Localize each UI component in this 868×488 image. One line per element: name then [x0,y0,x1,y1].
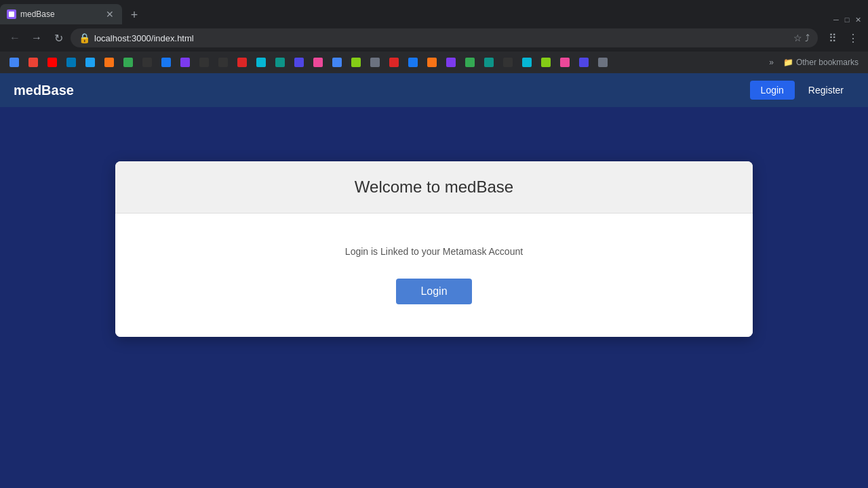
bookmark-star-icon[interactable]: ☆ [793,33,802,43]
bookmark-item[interactable] [157,54,175,70]
card-body: Login is Linked to your Metamask Account… [115,214,753,337]
bookmark-favicon [28,58,38,67]
bookmark-item[interactable] [119,54,137,70]
bookmark-item[interactable] [442,54,460,70]
bookmark-favicon [123,58,133,67]
login-button[interactable]: Login [396,279,471,304]
bookmark-item[interactable] [138,54,156,70]
lock-icon: 🔒 [79,33,90,43]
tab-title: medBase [20,9,100,19]
bookmark-item[interactable] [290,54,308,70]
bookmark-item[interactable] [518,54,536,70]
tab-favicon [7,9,16,19]
bookmark-item[interactable] [499,54,517,70]
bookmark-item[interactable] [233,54,251,70]
bookmark-item[interactable] [385,54,403,70]
bookmark-item[interactable] [195,54,213,70]
bookmark-item[interactable] [423,54,441,70]
bookmark-favicon [370,58,380,67]
bookmark-favicon [484,58,494,67]
extensions-icon[interactable]: ⠿ [823,28,842,47]
bookmark-item[interactable] [309,54,327,70]
bookmark-favicon [161,58,171,67]
bookmark-item[interactable] [575,54,593,70]
bookmark-item[interactable] [24,54,42,70]
bookmark-item[interactable] [537,54,555,70]
bookmark-favicon [218,58,228,67]
bookmark-item[interactable] [594,54,612,70]
bookmark-item[interactable] [100,54,118,70]
bookmark-favicon [446,58,456,67]
bookmark-favicon [427,58,437,67]
bookmark-favicon [256,58,266,67]
bookmark-favicon [465,58,475,67]
bookmark-favicon [85,58,95,67]
bookmark-item[interactable] [480,54,498,70]
bookmark-favicon [332,58,342,67]
bookmark-favicon [579,58,589,67]
login-card: Welcome to medBase Login is Linked to yo… [115,161,753,337]
bookmark-item[interactable] [176,54,194,70]
bookmark-item[interactable] [252,54,270,70]
bookmark-item[interactable] [404,54,422,70]
app-navbar: medBase Login Register [0,73,868,107]
card-header: Welcome to medBase [115,161,753,214]
bookmark-favicon [9,58,19,67]
bookmark-favicon [275,58,285,67]
bookmark-favicon [522,58,532,67]
register-nav-button[interactable]: Register [797,81,854,100]
refresh-button[interactable]: ↻ [49,28,68,47]
bookmark-favicon [237,58,247,67]
bookmark-item[interactable] [328,54,346,70]
bookmark-item[interactable] [62,54,80,70]
back-button[interactable]: ← [5,28,24,47]
url-text: localhost:3000/index.html [94,33,789,43]
bookmark-favicon [408,58,418,67]
bookmarks-bar: » 📁 Other bookmarks [0,52,868,73]
bookmark-favicon [47,58,57,67]
bookmark-item[interactable] [43,54,61,70]
bookmark-item[interactable] [366,54,384,70]
bookmark-folder-icon: 📁 [783,58,793,67]
app-brand: medBase [14,83,750,98]
bookmarks-more-button[interactable]: » [765,58,778,67]
new-tab-button[interactable]: + [125,5,144,24]
share-icon[interactable]: ⤴ [805,33,810,43]
browser-action-icons: ⠿ ⋮ [823,28,863,47]
bookmark-item[interactable] [214,54,232,70]
bookmark-favicon [351,58,361,67]
menu-icon[interactable]: ⋮ [844,28,863,47]
bookmark-favicon [142,58,152,67]
bookmark-favicon [389,58,399,67]
bookmark-item[interactable] [271,54,289,70]
maximize-button[interactable]: □ [842,15,852,24]
bookmark-favicon [180,58,190,67]
bookmark-item[interactable] [5,54,23,70]
window-controls: ─ □ ✕ [831,15,868,24]
bookmark-favicon [104,58,114,67]
bookmark-favicon [598,58,608,67]
bookmark-favicon [66,58,76,67]
forward-button[interactable]: → [27,28,46,47]
bookmark-favicon [560,58,570,67]
app-nav-links: Login Register [750,81,854,100]
address-bar[interactable]: 🔒 localhost:3000/index.html ☆ ⤴ [71,28,818,47]
close-button[interactable]: ✕ [853,15,863,24]
card-title: Welcome to medBase [132,178,736,197]
browser-chrome: medBase ✕ + ─ □ ✕ ← → ↻ 🔒 localhost:3000… [0,0,868,73]
minimize-button[interactable]: ─ [831,15,841,24]
bookmark-item[interactable] [556,54,574,70]
browser-tab[interactable]: medBase ✕ [0,4,122,24]
bookmark-favicon [294,58,304,67]
address-bar-icons: ☆ ⤴ [793,33,810,43]
address-bar-row: ← → ↻ 🔒 localhost:3000/index.html ☆ ⤴ ⠿ … [0,24,868,52]
bookmark-favicon [313,58,323,67]
bookmark-item[interactable] [81,54,99,70]
main-content: Welcome to medBase Login is Linked to yo… [0,107,868,337]
other-bookmarks-button[interactable]: 📁 Other bookmarks [779,58,863,67]
bookmark-item[interactable] [461,54,479,70]
login-nav-button[interactable]: Login [750,81,795,100]
bookmark-favicon [503,58,513,67]
bookmark-item[interactable] [347,54,365,70]
tab-close-button[interactable]: ✕ [104,9,115,20]
